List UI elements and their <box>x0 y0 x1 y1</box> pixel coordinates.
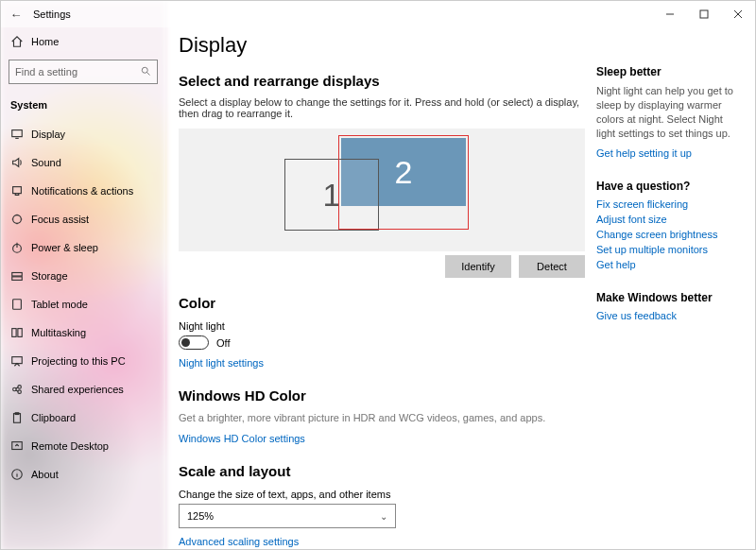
identify-button[interactable]: Identify <box>445 255 511 278</box>
color-heading: Color <box>179 295 585 311</box>
rail-question-link[interactable]: Set up multiple monitors <box>596 244 736 255</box>
svg-rect-25 <box>12 442 23 450</box>
sidebar-item-multitasking[interactable]: Multitasking <box>1 318 165 347</box>
scale-label: Change the size of text, apps, and other… <box>179 489 585 500</box>
scale-heading: Scale and layout <box>179 463 585 479</box>
remote-icon <box>10 439 31 453</box>
sidebar-item-shared[interactable]: Shared experiences <box>1 375 165 404</box>
svg-point-4 <box>142 67 147 73</box>
night-light-state: Off <box>216 337 230 349</box>
sidebar-item-label: Tablet mode <box>31 299 88 310</box>
sidebar-item-label: Projecting to this PC <box>31 355 126 367</box>
night-light-toggle[interactable] <box>179 335 209 350</box>
rail-question-heading: Have a question? <box>596 180 736 193</box>
sidebar-item-label: Storage <box>31 270 68 282</box>
notifications-icon <box>10 184 31 198</box>
svg-rect-12 <box>12 273 23 277</box>
chevron-down-icon: ⌄ <box>380 511 387 522</box>
rail-question-link[interactable]: Adjust font size <box>596 214 736 225</box>
sidebar: Home Find a setting System DisplaySoundN… <box>1 27 165 550</box>
arrange-heading: Select and rearrange displays <box>179 73 585 89</box>
close-button[interactable] <box>721 1 755 27</box>
sidebar-item-label: Focus assist <box>31 214 89 225</box>
sidebar-item-tablet[interactable]: Tablet mode <box>1 290 165 318</box>
hd-settings-link[interactable]: Windows HD Color settings <box>179 433 305 444</box>
rail-question-link[interactable]: Fix screen flickering <box>596 198 736 210</box>
svg-rect-14 <box>13 300 22 310</box>
svg-rect-8 <box>13 187 22 194</box>
svg-rect-17 <box>12 357 23 364</box>
sidebar-home[interactable]: Home <box>1 27 165 56</box>
sidebar-item-label: Clipboard <box>31 412 76 423</box>
minimize-button[interactable] <box>653 1 687 27</box>
svg-point-20 <box>18 390 22 394</box>
sidebar-item-remote[interactable]: Remote Desktop <box>1 432 165 460</box>
sidebar-item-label: Remote Desktop <box>31 440 109 452</box>
svg-rect-16 <box>18 329 22 337</box>
svg-point-19 <box>18 386 22 389</box>
sidebar-item-label: Notifications & actions <box>31 185 133 197</box>
sidebar-home-label: Home <box>31 36 59 47</box>
sidebar-item-label: Power & sleep <box>31 242 98 253</box>
sidebar-item-storage[interactable]: Storage <box>1 262 165 290</box>
sidebar-item-display[interactable]: Display <box>1 120 165 148</box>
rail-better-heading: Make Windows better <box>596 291 736 304</box>
tablet-icon <box>10 298 31 311</box>
hd-heading: Windows HD Color <box>179 387 585 404</box>
search-placeholder: Find a setting <box>15 66 77 77</box>
sidebar-item-notifications[interactable]: Notifications & actions <box>1 177 165 205</box>
sidebar-item-focus[interactable]: Focus assist <box>1 205 165 233</box>
svg-rect-23 <box>14 414 21 423</box>
storage-icon <box>10 269 31 283</box>
shared-icon <box>10 383 31 396</box>
maximize-button[interactable] <box>687 1 721 27</box>
svg-rect-6 <box>12 130 23 137</box>
main-content: Display Select and rearrange displays Se… <box>179 33 585 550</box>
search-input[interactable]: Find a setting <box>9 60 158 84</box>
multitasking-icon <box>10 326 31 339</box>
page-title: Display <box>179 33 585 58</box>
back-button[interactable]: ← <box>9 8 24 22</box>
display-2-selection <box>338 135 469 230</box>
svg-point-9 <box>13 215 22 224</box>
rail-feedback-link[interactable]: Give us feedback <box>596 310 736 321</box>
about-icon <box>10 468 31 481</box>
sidebar-item-about[interactable]: About <box>1 460 165 489</box>
sidebar-item-power[interactable]: Power & sleep <box>1 233 165 262</box>
scale-value: 125% <box>187 510 214 522</box>
rail-sleep-desc: Night light can help you get to sleep by… <box>596 84 736 140</box>
projecting-icon <box>10 354 31 368</box>
titlebar: ← Settings <box>1 1 755 27</box>
power-icon <box>10 241 31 254</box>
scale-select[interactable]: 125% ⌄ <box>179 504 396 528</box>
sidebar-item-label: Display <box>31 129 65 140</box>
advanced-scaling-link[interactable]: Advanced scaling settings <box>179 536 299 547</box>
rail-question-link[interactable]: Change screen brightness <box>596 229 736 240</box>
rail-question-link[interactable]: Get help <box>596 259 736 270</box>
search-icon <box>140 65 151 78</box>
night-light-settings-link[interactable]: Night light settings <box>179 357 264 369</box>
home-icon <box>10 35 31 48</box>
night-light-label: Night light <box>179 320 585 332</box>
sound-icon <box>10 156 31 169</box>
sidebar-item-projecting[interactable]: Projecting to this PC <box>1 347 165 375</box>
svg-rect-13 <box>12 277 23 281</box>
sidebar-item-label: About <box>31 469 59 480</box>
rail-sleep-heading: Sleep better <box>596 65 736 78</box>
sidebar-item-label: Multitasking <box>31 327 86 338</box>
rail-sleep-link[interactable]: Get help setting it up <box>596 147 736 159</box>
focus-icon <box>10 213 31 226</box>
svg-rect-1 <box>700 10 708 18</box>
sidebar-item-clipboard[interactable]: Clipboard <box>1 404 165 432</box>
svg-line-5 <box>147 73 150 76</box>
display-arranger[interactable]: 2 1 <box>179 129 585 251</box>
app-title: Settings <box>33 9 71 20</box>
svg-rect-15 <box>12 329 16 337</box>
hd-desc: Get a brighter, more vibrant picture in … <box>179 411 585 425</box>
clipboard-icon <box>10 411 31 424</box>
arrange-desc: Select a display below to change the set… <box>179 96 585 119</box>
display-icon <box>10 128 31 141</box>
detect-button[interactable]: Detect <box>519 255 585 278</box>
sidebar-item-sound[interactable]: Sound <box>1 148 165 177</box>
sidebar-item-label: Sound <box>31 157 61 168</box>
